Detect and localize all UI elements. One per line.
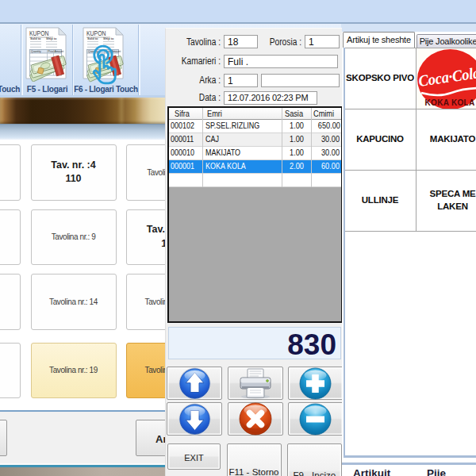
svg-text:KOKA KOLA: KOKA KOLA: [425, 98, 475, 107]
